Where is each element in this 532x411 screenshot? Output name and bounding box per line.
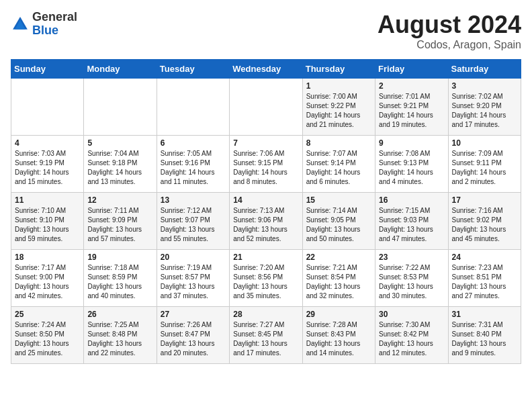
- day-info: Sunrise: 7:03 AM Sunset: 9:19 PM Dayligh…: [15, 149, 80, 187]
- day-number: 30: [379, 310, 444, 319]
- weekday-header-monday: Monday: [84, 60, 157, 79]
- day-info: Sunrise: 7:30 AM Sunset: 8:42 PM Dayligh…: [379, 320, 444, 358]
- day-number: 29: [306, 310, 371, 319]
- day-number: 13: [161, 195, 226, 205]
- day-info: Sunrise: 7:14 AM Sunset: 9:05 PM Dayligh…: [306, 206, 371, 244]
- day-cell: 6Sunrise: 7:05 AM Sunset: 9:16 PM Daylig…: [157, 136, 229, 193]
- logo-blue: Blue: [32, 24, 77, 38]
- day-number: 23: [379, 253, 444, 262]
- day-cell: 29Sunrise: 7:28 AM Sunset: 8:43 PM Dayli…: [302, 307, 375, 364]
- day-info: Sunrise: 7:31 AM Sunset: 8:40 PM Dayligh…: [452, 320, 517, 358]
- day-cell: 22Sunrise: 7:21 AM Sunset: 8:54 PM Dayli…: [302, 250, 375, 307]
- week-row-3: 11Sunrise: 7:10 AM Sunset: 9:10 PM Dayli…: [11, 193, 521, 250]
- day-number: 8: [306, 138, 371, 148]
- day-info: Sunrise: 7:06 AM Sunset: 9:15 PM Dayligh…: [233, 149, 298, 187]
- day-info: Sunrise: 7:16 AM Sunset: 9:02 PM Dayligh…: [452, 206, 517, 244]
- day-info: Sunrise: 7:27 AM Sunset: 8:45 PM Dayligh…: [233, 320, 298, 358]
- day-cell: [157, 79, 229, 136]
- day-info: Sunrise: 7:18 AM Sunset: 8:59 PM Dayligh…: [87, 263, 152, 301]
- logo-general: General: [32, 11, 77, 24]
- logo-text: General Blue: [32, 11, 77, 38]
- day-cell: [11, 79, 84, 136]
- day-info: Sunrise: 7:26 AM Sunset: 8:47 PM Dayligh…: [161, 320, 226, 358]
- weekday-header-wednesday: Wednesday: [230, 60, 302, 79]
- day-cell: 9Sunrise: 7:08 AM Sunset: 9:13 PM Daylig…: [375, 136, 448, 193]
- day-number: 12: [87, 195, 152, 205]
- weekday-header-thursday: Thursday: [302, 60, 375, 79]
- day-info: Sunrise: 7:10 AM Sunset: 9:10 PM Dayligh…: [15, 206, 80, 244]
- day-number: 26: [87, 310, 152, 319]
- day-cell: 16Sunrise: 7:15 AM Sunset: 9:03 PM Dayli…: [375, 193, 448, 250]
- day-info: Sunrise: 7:25 AM Sunset: 8:48 PM Dayligh…: [87, 320, 152, 358]
- calendar-table: SundayMondayTuesdayWednesdayThursdayFrid…: [11, 59, 521, 364]
- day-number: 4: [15, 138, 80, 148]
- day-cell: 18Sunrise: 7:17 AM Sunset: 9:00 PM Dayli…: [11, 250, 84, 307]
- day-number: 16: [379, 195, 444, 205]
- day-info: Sunrise: 7:00 AM Sunset: 9:22 PM Dayligh…: [306, 92, 371, 130]
- day-cell: 24Sunrise: 7:23 AM Sunset: 8:51 PM Dayli…: [448, 250, 521, 307]
- logo: General Blue: [11, 11, 77, 38]
- day-cell: 20Sunrise: 7:19 AM Sunset: 8:57 PM Dayli…: [157, 250, 229, 307]
- calendar-title: August 2024: [378, 11, 521, 39]
- day-info: Sunrise: 7:28 AM Sunset: 8:43 PM Dayligh…: [306, 320, 371, 358]
- day-cell: 21Sunrise: 7:20 AM Sunset: 8:56 PM Dayli…: [230, 250, 302, 307]
- day-info: Sunrise: 7:20 AM Sunset: 8:56 PM Dayligh…: [233, 263, 298, 301]
- day-number: 7: [233, 138, 298, 148]
- day-cell: 3Sunrise: 7:02 AM Sunset: 9:20 PM Daylig…: [448, 79, 521, 136]
- day-number: 25: [15, 310, 80, 319]
- day-cell: 15Sunrise: 7:14 AM Sunset: 9:05 PM Dayli…: [302, 193, 375, 250]
- day-info: Sunrise: 7:19 AM Sunset: 8:57 PM Dayligh…: [161, 263, 226, 301]
- day-cell: 30Sunrise: 7:30 AM Sunset: 8:42 PM Dayli…: [375, 307, 448, 364]
- day-info: Sunrise: 7:13 AM Sunset: 9:06 PM Dayligh…: [233, 206, 298, 244]
- day-number: 21: [233, 253, 298, 262]
- day-info: Sunrise: 7:21 AM Sunset: 8:54 PM Dayligh…: [306, 263, 371, 301]
- day-cell: 8Sunrise: 7:07 AM Sunset: 9:14 PM Daylig…: [302, 136, 375, 193]
- weekday-header-friday: Friday: [375, 60, 448, 79]
- day-info: Sunrise: 7:01 AM Sunset: 9:21 PM Dayligh…: [379, 92, 444, 130]
- day-number: 10: [452, 138, 517, 148]
- day-cell: 10Sunrise: 7:09 AM Sunset: 9:11 PM Dayli…: [448, 136, 521, 193]
- weekday-header-saturday: Saturday: [448, 60, 521, 79]
- day-info: Sunrise: 7:11 AM Sunset: 9:09 PM Dayligh…: [87, 206, 152, 244]
- day-number: 6: [161, 138, 226, 148]
- day-cell: 31Sunrise: 7:31 AM Sunset: 8:40 PM Dayli…: [448, 307, 521, 364]
- logo-icon: [11, 15, 30, 34]
- day-info: Sunrise: 7:08 AM Sunset: 9:13 PM Dayligh…: [379, 149, 444, 187]
- day-number: 20: [161, 253, 226, 262]
- week-row-1: 1Sunrise: 7:00 AM Sunset: 9:22 PM Daylig…: [11, 79, 521, 136]
- day-cell: 26Sunrise: 7:25 AM Sunset: 8:48 PM Dayli…: [84, 307, 157, 364]
- day-cell: 27Sunrise: 7:26 AM Sunset: 8:47 PM Dayli…: [157, 307, 229, 364]
- day-cell: 4Sunrise: 7:03 AM Sunset: 9:19 PM Daylig…: [11, 136, 84, 193]
- day-info: Sunrise: 7:23 AM Sunset: 8:51 PM Dayligh…: [452, 263, 517, 301]
- day-number: 9: [379, 138, 444, 148]
- day-info: Sunrise: 7:07 AM Sunset: 9:14 PM Dayligh…: [306, 149, 371, 187]
- day-cell: 14Sunrise: 7:13 AM Sunset: 9:06 PM Dayli…: [230, 193, 302, 250]
- day-info: Sunrise: 7:12 AM Sunset: 9:07 PM Dayligh…: [161, 206, 226, 244]
- day-cell: 5Sunrise: 7:04 AM Sunset: 9:18 PM Daylig…: [84, 136, 157, 193]
- week-row-4: 18Sunrise: 7:17 AM Sunset: 9:00 PM Dayli…: [11, 250, 521, 307]
- day-number: 17: [452, 195, 517, 205]
- day-cell: 13Sunrise: 7:12 AM Sunset: 9:07 PM Dayli…: [157, 193, 229, 250]
- day-cell: 19Sunrise: 7:18 AM Sunset: 8:59 PM Dayli…: [84, 250, 157, 307]
- day-cell: 2Sunrise: 7:01 AM Sunset: 9:21 PM Daylig…: [375, 79, 448, 136]
- day-number: 11: [15, 195, 80, 205]
- week-row-5: 25Sunrise: 7:24 AM Sunset: 8:50 PM Dayli…: [11, 307, 521, 364]
- day-cell: 17Sunrise: 7:16 AM Sunset: 9:02 PM Dayli…: [448, 193, 521, 250]
- day-cell: 7Sunrise: 7:06 AM Sunset: 9:15 PM Daylig…: [230, 136, 302, 193]
- day-number: 14: [233, 195, 298, 205]
- day-cell: [230, 79, 302, 136]
- day-number: 15: [306, 195, 371, 205]
- day-number: 2: [379, 81, 444, 91]
- week-row-2: 4Sunrise: 7:03 AM Sunset: 9:19 PM Daylig…: [11, 136, 521, 193]
- day-info: Sunrise: 7:22 AM Sunset: 8:53 PM Dayligh…: [379, 263, 444, 301]
- day-info: Sunrise: 7:05 AM Sunset: 9:16 PM Dayligh…: [161, 149, 226, 187]
- calendar-subtitle: Codos, Aragon, Spain: [378, 39, 521, 51]
- title-block: August 2024 Codos, Aragon, Spain: [378, 11, 521, 51]
- day-info: Sunrise: 7:17 AM Sunset: 9:00 PM Dayligh…: [15, 263, 80, 301]
- day-number: 19: [87, 253, 152, 262]
- page-header: General Blue August 2024 Codos, Aragon, …: [11, 11, 521, 51]
- day-number: 1: [306, 81, 371, 91]
- day-info: Sunrise: 7:04 AM Sunset: 9:18 PM Dayligh…: [87, 149, 152, 187]
- day-info: Sunrise: 7:24 AM Sunset: 8:50 PM Dayligh…: [15, 320, 80, 358]
- weekday-header-tuesday: Tuesday: [157, 60, 229, 79]
